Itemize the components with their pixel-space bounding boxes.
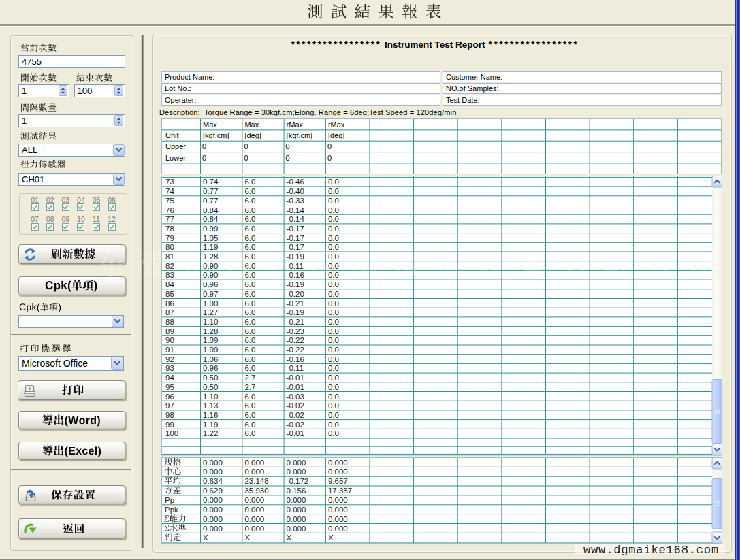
svg-text:-0.11: -0.11 [287,364,304,372]
svg-text:6.0: 6.0 [244,197,255,205]
svg-text:-0.21: -0.21 [287,299,304,308]
svg-text:0.84: 0.84 [203,206,219,214]
svg-text:6.0: 6.0 [244,318,255,326]
svg-text:74: 74 [165,187,174,195]
svg-text:-0.03: -0.03 [287,393,304,401]
svg-text:0.50: 0.50 [203,383,218,391]
svg-text:0.77: 0.77 [203,187,218,195]
svg-text:0.000: 0.000 [203,496,223,504]
svg-text:-0.33: -0.33 [287,197,304,205]
svg-text:Max: Max [244,120,259,128]
svg-text:Max: Max [203,120,217,128]
svg-text:1.28: 1.28 [203,327,218,335]
svg-text:rMax: rMax [328,120,345,128]
svg-text:0.000: 0.000 [287,525,306,533]
svg-text:0.0: 0.0 [328,374,339,382]
svg-text:92: 92 [165,355,174,363]
svg-text:0.0: 0.0 [328,421,339,429]
svg-text:0.0: 0.0 [328,234,339,242]
svg-text:X: X [203,533,208,542]
svg-text:6.0: 6.0 [244,234,255,242]
svg-text:6.0: 6.0 [244,346,255,354]
svg-text:0.000: 0.000 [203,459,223,467]
svg-text:-0.02: -0.02 [287,421,304,429]
svg-text:0.50: 0.50 [203,374,218,382]
svg-text:Lower: Lower [165,153,186,161]
svg-text:6.0: 6.0 [244,308,255,316]
svg-text:0.000: 0.000 [328,506,348,514]
svg-text:0.000: 0.000 [244,467,264,476]
svg-text:[deg]: [deg] [328,131,344,139]
svg-text:100: 100 [165,429,178,438]
svg-text:-0.16: -0.16 [287,355,304,363]
svg-text:97: 97 [165,401,174,410]
svg-text:1.19: 1.19 [203,421,218,429]
svg-text:85: 85 [165,290,174,298]
svg-text:1.27: 1.27 [203,308,218,316]
svg-text:6.0: 6.0 [244,364,255,372]
svg-text:6.0: 6.0 [244,206,255,214]
svg-text:6.0: 6.0 [244,178,255,186]
svg-text:1.06: 1.06 [203,355,218,363]
svg-text:-0.01: -0.01 [287,429,304,438]
svg-text:6.0: 6.0 [244,225,255,233]
svg-text:0.0: 0.0 [328,178,339,186]
svg-text:0: 0 [202,153,206,161]
svg-text:99: 99 [165,421,174,429]
svg-text:0.000: 0.000 [328,459,348,467]
svg-text:1.00: 1.00 [203,299,218,308]
svg-text:Unit: Unit [165,131,179,139]
svg-text:0.000: 0.000 [244,525,264,533]
svg-text:0.000: 0.000 [287,459,306,467]
svg-text:0.0: 0.0 [328,393,339,401]
svg-text:Ppk: Ppk [165,506,178,514]
svg-text:0.0: 0.0 [328,327,339,335]
svg-text:-0.17: -0.17 [287,225,304,233]
svg-text:-0.17: -0.17 [287,234,304,242]
svg-text:6.0: 6.0 [244,429,255,438]
svg-text:2.7: 2.7 [244,374,255,382]
svg-text:35.930: 35.930 [244,487,268,495]
svg-text:0: 0 [244,142,248,150]
svg-text:0.000: 0.000 [328,525,348,533]
svg-text:X: X [287,533,292,542]
svg-text:0.000: 0.000 [287,467,306,476]
svg-text:1.16: 1.16 [203,411,218,419]
svg-text:-0.19: -0.19 [287,308,304,316]
svg-text:-0.01: -0.01 [287,374,304,382]
svg-text:0: 0 [327,153,332,161]
svg-text:6.0: 6.0 [244,215,255,223]
svg-text:0.000: 0.000 [203,467,223,476]
svg-text:0.96: 0.96 [203,364,218,372]
svg-text:76: 76 [165,206,174,214]
svg-text:95: 95 [165,383,174,391]
svg-text:98: 98 [165,411,174,419]
svg-text:0.0: 0.0 [328,336,339,344]
svg-text:6.0: 6.0 [244,355,255,363]
svg-text:Upper: Upper [165,142,186,150]
svg-text:0.74: 0.74 [203,178,219,186]
svg-text:6.0: 6.0 [244,187,255,195]
svg-text:1.09: 1.09 [203,336,218,344]
svg-text:0.77: 0.77 [203,197,218,205]
svg-text:0.97: 0.97 [203,290,218,298]
svg-text:94: 94 [165,374,174,382]
svg-text:1.13: 1.13 [203,401,218,410]
svg-text:-0.02: -0.02 [287,411,304,419]
svg-text:1.09: 1.09 [203,346,218,354]
svg-text:1.10: 1.10 [203,393,218,401]
svg-text:-0.22: -0.22 [287,336,304,344]
svg-text:0.000: 0.000 [287,496,306,504]
svg-text:0.0: 0.0 [328,215,339,223]
svg-text:0: 0 [327,142,332,150]
svg-text:-0.14: -0.14 [287,206,305,214]
svg-text:0.000: 0.000 [287,506,306,514]
svg-text:6.0: 6.0 [244,411,255,419]
svg-text:0.000: 0.000 [244,515,264,523]
svg-text:Pp: Pp [165,496,174,504]
svg-text:0.000: 0.000 [244,496,264,504]
svg-text:1.22: 1.22 [203,429,218,438]
svg-text:88: 88 [165,318,174,326]
svg-text:0.634: 0.634 [203,477,223,485]
svg-text:-0.20: -0.20 [287,290,304,298]
